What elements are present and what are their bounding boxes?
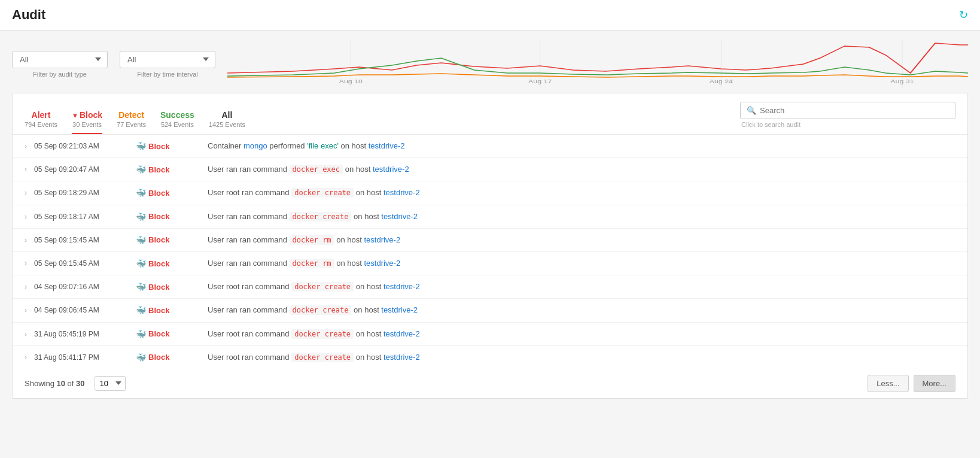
audit-row[interactable]: ›05 Sep 09:15:45 AM🐳BlockUser ran ran co… [13,252,967,275]
filters-chart-row: All Alert Block Detect Success Filter by… [0,31,980,93]
audit-type-select[interactable]: All Alert Block Detect Success [12,51,108,68]
row-datetime: 04 Sep 09:06:45 AM [34,306,136,314]
row-expand-icon[interactable]: › [25,236,27,244]
row-datetime: 05 Sep 09:18:29 AM [34,189,136,197]
tab-all[interactable]: All 1425 Events [209,110,245,134]
row-datetime: 05 Sep 09:15:45 AM [34,259,136,268]
showing-label: Showing 10 of 30 [25,379,85,388]
action-label: Block [148,259,169,268]
footer-row: Showing 10 of 30 10 25 50 100 Less... Mo… [13,369,967,398]
search-input[interactable] [760,106,949,115]
tab-block[interactable]: ▼Block 30 Events [72,110,102,134]
tab-all-count: 1425 Events [209,121,245,128]
page-header: Audit ↻ [0,0,980,31]
audit-table: ›05 Sep 09:21:03 AM🐳BlockContainer mongo… [13,135,967,369]
page-title: Audit [12,7,45,23]
action-label: Block [148,283,169,292]
row-expand-icon[interactable]: › [25,213,27,221]
row-expand-icon[interactable]: › [25,142,27,150]
action-label: Block [148,212,169,221]
tabs-search-row: Alert 794 Events ▼Block 30 Events Detect… [13,93,967,135]
audit-row[interactable]: ›04 Sep 09:07:16 AM🐳BlockUser root ran c… [13,275,967,299]
row-action-cell: 🐳Block [136,235,208,245]
block-icon: 🐳 [136,305,146,315]
row-datetime: 05 Sep 09:20:47 AM [34,165,136,174]
row-expand-icon[interactable]: › [25,330,27,338]
row-description: User ran ran command docker exec on host… [208,164,955,175]
audit-row[interactable]: ›05 Sep 09:18:17 AM🐳BlockUser ran ran co… [13,205,967,229]
row-description: User root ran command docker create on h… [208,352,955,363]
refresh-icon[interactable]: ↻ [959,8,968,22]
row-expand-icon[interactable]: › [25,189,27,197]
block-icon: 🐳 [136,141,146,151]
row-action-cell: 🐳Block [136,188,208,198]
tab-success-label: Success [160,110,194,120]
row-expand-icon[interactable]: › [25,283,27,291]
action-label: Block [148,306,169,315]
audit-row[interactable]: ›05 Sep 09:20:47 AM🐳BlockUser ran ran co… [13,158,967,181]
tab-block-label: ▼Block [72,110,102,120]
block-icon: 🐳 [136,212,146,222]
row-description: User ran ran command docker create on ho… [208,305,955,316]
row-action-cell: 🐳Block [136,282,208,292]
row-expand-icon[interactable]: › [25,306,27,314]
svg-text:Aug 10: Aug 10 [339,78,363,84]
tab-all-label: All [221,110,232,120]
block-icon: 🐳 [136,188,146,198]
tab-detect[interactable]: Detect 77 Events [117,110,146,134]
block-icon: 🐳 [136,282,146,292]
row-description: User ran ran command docker rm on host t… [208,235,955,245]
audit-type-label: Filter by audit type [33,71,87,78]
audit-row[interactable]: ›05 Sep 09:21:03 AM🐳BlockContainer mongo… [13,135,967,158]
row-description: User root ran command docker create on h… [208,329,955,339]
search-container[interactable]: 🔍 [740,102,955,119]
action-label: Block [148,142,169,151]
row-action-cell: 🐳Block [136,165,208,174]
action-label: Block [148,235,169,244]
footer-buttons: Less... More... [868,375,955,392]
time-interval-filter-group: All Last 1 hour Last 24 hours Last 7 day… [120,51,215,78]
row-expand-icon[interactable]: › [25,353,27,362]
action-label: Block [148,353,169,362]
row-description: User root ran command docker create on h… [208,281,955,292]
row-description: User ran ran command docker create on ho… [208,211,955,222]
svg-text:Aug 31: Aug 31 [890,78,914,84]
audit-row[interactable]: ›05 Sep 09:18:29 AM🐳BlockUser root ran c… [13,181,967,205]
showing-total: 30 [76,379,84,388]
row-datetime: 31 Aug 05:41:17 PM [34,353,136,362]
row-action-cell: 🐳Block [136,353,208,362]
tab-alert-label: Alert [32,110,51,120]
row-description: User root ran command docker create on h… [208,187,955,198]
row-action-cell: 🐳Block [136,212,208,222]
row-action-cell: 🐳Block [136,141,208,151]
tab-alert[interactable]: Alert 794 Events [25,110,57,134]
row-datetime: 31 Aug 05:45:19 PM [34,330,136,338]
search-wrapper: 🔍 Click to search audit [740,102,955,134]
action-label: Block [148,189,169,198]
audit-row[interactable]: ›05 Sep 09:15:45 AM🐳BlockUser ran ran co… [13,229,967,252]
svg-text:Aug 17: Aug 17 [528,78,552,84]
tab-detect-label: Detect [118,110,144,120]
tab-block-count: 30 Events [72,121,102,128]
tab-success[interactable]: Success 524 Events [160,110,194,134]
less-button[interactable]: Less... [868,375,908,392]
audit-type-filter-group: All Alert Block Detect Success Filter by… [12,51,108,78]
block-icon: 🐳 [136,259,146,268]
more-button[interactable]: More... [914,375,955,392]
action-label: Block [148,165,169,174]
audit-row[interactable]: ›31 Aug 05:41:17 PM🐳BlockUser root ran c… [13,346,967,369]
main-panel: Alert 794 Events ▼Block 30 Events Detect… [12,93,968,399]
tab-detect-count: 77 Events [117,121,146,128]
time-interval-select[interactable]: All Last 1 hour Last 24 hours Last 7 day… [120,51,215,68]
row-expand-icon[interactable]: › [25,259,27,268]
row-datetime: 05 Sep 09:21:03 AM [34,142,136,150]
filter-icon: ▼ [72,112,78,119]
tab-alert-count: 794 Events [25,121,57,128]
per-page-select[interactable]: 10 25 50 100 [95,376,126,391]
row-description: User ran ran command docker rm on host t… [208,258,955,269]
row-expand-icon[interactable]: › [25,165,27,174]
row-description: Container mongo performed 'file exec' on… [208,141,955,151]
audit-row[interactable]: ›04 Sep 09:06:45 AM🐳BlockUser ran ran co… [13,299,967,322]
audit-row[interactable]: ›31 Aug 05:45:19 PM🐳BlockUser root ran c… [13,323,967,346]
row-action-cell: 🐳Block [136,329,208,339]
